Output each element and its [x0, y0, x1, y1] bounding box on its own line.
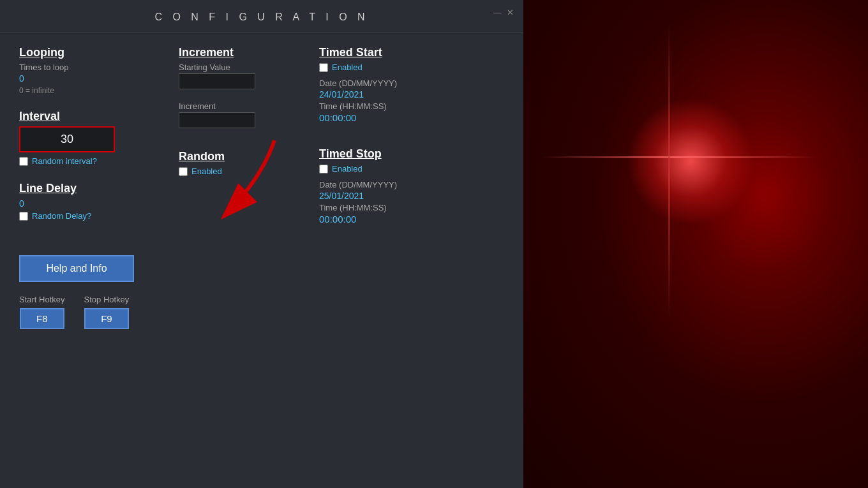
start-hotkey-button[interactable]: F8 — [20, 308, 64, 329]
timed-start-date-value: 24/01/2021 — [319, 89, 504, 100]
timed-stop-time-value: 00:00:00 — [319, 214, 504, 225]
minimize-button[interactable]: — — [493, 8, 502, 17]
red-glow-effect — [627, 98, 754, 225]
interval-section: Interval 30 Random interval? — [19, 110, 160, 172]
left-column: Looping Times to loop 0 0 = infinite Int… — [19, 46, 160, 239]
increment-title: Increment — [179, 46, 294, 59]
stop-hotkey-group: Stop Hotkey F9 — [84, 295, 130, 329]
random-delay-checkbox[interactable] — [19, 212, 28, 221]
increment-label: Increment — [179, 101, 294, 111]
timed-stop-title: Timed Stop — [319, 147, 504, 161]
timed-stop-enabled-row: Enabled — [319, 164, 504, 174]
timed-stop-checkbox[interactable] — [319, 165, 328, 174]
timed-stop-section: Timed Stop Enabled Date (DD/MM/YYYY) 25/… — [319, 147, 504, 230]
window-controls: — ✕ — [493, 8, 514, 17]
stop-hotkey-label: Stop Hotkey — [84, 295, 130, 304]
timed-start-time-label: Time (HH:MM:SS) — [319, 101, 504, 111]
looping-section: Looping Times to loop 0 0 = infinite — [19, 46, 160, 100]
help-info-button[interactable]: Help and Info — [19, 255, 134, 282]
random-enabled-row: Enabled — [179, 166, 294, 176]
timed-start-time-value: 00:00:00 — [319, 112, 504, 123]
interval-title: Interval — [19, 110, 160, 123]
random-title: Random — [179, 150, 294, 163]
window-title: C O N F I G U R A T I O N — [154, 11, 368, 23]
line-delay-value: 0 — [19, 198, 160, 209]
config-panel: C O N F I G U R A T I O N — ✕ Looping Ti… — [0, 0, 523, 488]
times-label: Times to loop — [19, 63, 160, 72]
right-background — [523, 0, 868, 488]
random-interval-checkbox[interactable] — [19, 157, 28, 166]
right-column: Timed Start Enabled Date (DD/MM/YYYY) 24… — [306, 46, 504, 239]
line-delay-section: Line Delay 0 Random Delay? — [19, 182, 160, 227]
interval-value[interactable]: 30 — [19, 126, 115, 152]
random-enabled-checkbox[interactable] — [179, 167, 188, 176]
bottom-section: Help and Info Start Hotkey F8 Stop Hotke… — [0, 255, 523, 329]
increment-input[interactable] — [179, 112, 255, 128]
stop-hotkey-button[interactable]: F9 — [84, 308, 129, 329]
timed-start-enabled-row: Enabled — [319, 63, 504, 72]
starting-label: Starting Value — [179, 63, 294, 72]
random-section: Random Enabled — [179, 150, 294, 182]
timed-stop-enabled-label: Enabled — [332, 164, 363, 174]
red-line-horizontal — [541, 156, 816, 158]
times-value: 0 — [19, 73, 160, 84]
hotkey-section: Start Hotkey F8 Stop Hotkey F9 — [19, 295, 504, 329]
infinite-label: 0 = infinite — [19, 86, 160, 95]
looping-title: Looping — [19, 46, 160, 59]
random-interval-row: Random interval? — [19, 156, 160, 166]
title-bar: C O N F I G U R A T I O N — ✕ — [0, 0, 523, 33]
starting-value-input[interactable] — [179, 73, 255, 89]
random-delay-row: Random Delay? — [19, 211, 160, 221]
random-interval-label: Random interval? — [32, 156, 97, 166]
close-button[interactable]: ✕ — [507, 8, 514, 17]
timed-start-enabled-label: Enabled — [332, 63, 363, 72]
timed-start-title: Timed Start — [319, 46, 504, 59]
start-hotkey-group: Start Hotkey F8 — [19, 295, 65, 329]
line-delay-title: Line Delay — [19, 182, 160, 195]
random-delay-label: Random Delay? — [32, 211, 91, 221]
content-area: Looping Times to loop 0 0 = infinite Int… — [0, 33, 523, 252]
timed-start-date-label: Date (DD/MM/YYYY) — [319, 78, 504, 88]
timed-stop-date-value: 25/01/2021 — [319, 191, 504, 201]
increment-section: Increment Starting Value Increment — [179, 46, 294, 131]
timed-stop-time-label: Time (HH:MM:SS) — [319, 203, 504, 212]
timed-start-checkbox[interactable] — [319, 63, 328, 72]
random-enabled-label: Enabled — [191, 166, 222, 176]
mid-column: Increment Starting Value Increment Rando… — [179, 46, 294, 239]
red-line-vertical — [668, 24, 670, 317]
timed-start-section: Timed Start Enabled Date (DD/MM/YYYY) 24… — [319, 46, 504, 128]
start-hotkey-label: Start Hotkey — [19, 295, 65, 304]
timed-stop-date-label: Date (DD/MM/YYYY) — [319, 180, 504, 189]
